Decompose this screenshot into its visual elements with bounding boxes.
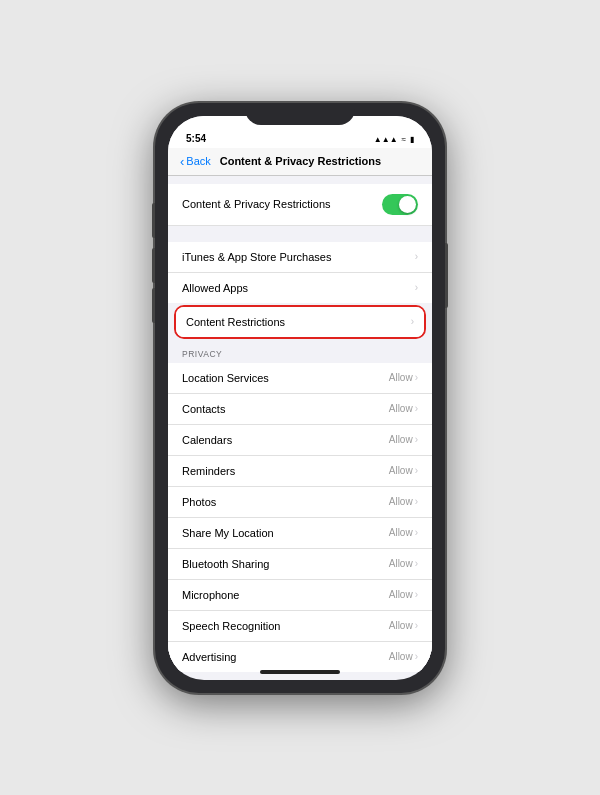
itunes-right: › — [415, 251, 418, 262]
allowed-apps-row[interactable]: Allowed Apps › — [168, 273, 432, 303]
privacy-toggle-row[interactable]: Content & Privacy Restrictions — [168, 184, 432, 226]
contacts-value: Allow — [389, 403, 413, 414]
itunes-row[interactable]: iTunes & App Store Purchases › — [168, 242, 432, 273]
page-title: Content & Privacy Restrictions — [211, 155, 390, 167]
wifi-icon: ≈ — [402, 135, 406, 144]
spacer — [168, 176, 432, 184]
microphone-value: Allow — [389, 589, 413, 600]
speech-recognition-row[interactable]: Speech Recognition Allow › — [168, 611, 432, 642]
microphone-label: Microphone — [182, 589, 239, 601]
allowed-apps-chevron-icon: › — [415, 282, 418, 293]
content-restrictions-label: Content Restrictions — [186, 316, 285, 328]
back-chevron-icon: ‹ — [180, 154, 184, 169]
share-location-chevron-icon: › — [415, 527, 418, 538]
content-restrictions-highlight: Content Restrictions › — [174, 305, 426, 339]
nav-bar: ‹ Back Content & Privacy Restrictions — [168, 148, 432, 176]
bluetooth-chevron-icon: › — [415, 558, 418, 569]
location-services-right: Allow › — [389, 372, 418, 383]
share-location-value: Allow — [389, 527, 413, 538]
calendars-label: Calendars — [182, 434, 232, 446]
reminders-right: Allow › — [389, 465, 418, 476]
privacy-section-header: PRIVACY — [168, 341, 432, 363]
photos-row[interactable]: Photos Allow › — [168, 487, 432, 518]
contacts-right: Allow › — [389, 403, 418, 414]
main-list-section: iTunes & App Store Purchases › Allowed A… — [168, 242, 432, 303]
itunes-label: iTunes & App Store Purchases — [182, 251, 331, 263]
content-restrictions-chevron-icon: › — [411, 316, 414, 327]
calendars-row[interactable]: Calendars Allow › — [168, 425, 432, 456]
bluetooth-right: Allow › — [389, 558, 418, 569]
bluetooth-row[interactable]: Bluetooth Sharing Allow › — [168, 549, 432, 580]
back-button[interactable]: ‹ Back — [180, 154, 211, 169]
advertising-label: Advertising — [182, 651, 236, 663]
photos-label: Photos — [182, 496, 216, 508]
contacts-row[interactable]: Contacts Allow › — [168, 394, 432, 425]
share-location-label: Share My Location — [182, 527, 274, 539]
microphone-row[interactable]: Microphone Allow › — [168, 580, 432, 611]
calendars-chevron-icon: › — [415, 434, 418, 445]
phone-screen: 5:54 ▲▲▲ ≈ ▮ ‹ Back Content & Privacy Re… — [168, 116, 432, 680]
advertising-right: Allow › — [389, 651, 418, 662]
microphone-chevron-icon: › — [415, 589, 418, 600]
battery-icon: ▮ — [410, 135, 414, 144]
share-location-row[interactable]: Share My Location Allow › — [168, 518, 432, 549]
microphone-right: Allow › — [389, 589, 418, 600]
signal-icon: ▲▲▲ — [374, 135, 398, 144]
speech-chevron-icon: › — [415, 620, 418, 631]
phone-frame: 5:54 ▲▲▲ ≈ ▮ ‹ Back Content & Privacy Re… — [155, 103, 445, 693]
location-services-label: Location Services — [182, 372, 269, 384]
status-time: 5:54 — [186, 133, 206, 144]
back-label: Back — [186, 155, 210, 167]
speech-recognition-right: Allow › — [389, 620, 418, 631]
screen-content: Content & Privacy Restrictions iTunes & … — [168, 176, 432, 672]
location-services-value: Allow — [389, 372, 413, 383]
advertising-value: Allow — [389, 651, 413, 662]
advertising-chevron-icon: › — [415, 651, 418, 662]
calendars-right: Allow › — [389, 434, 418, 445]
calendars-value: Allow — [389, 434, 413, 445]
speech-recognition-value: Allow — [389, 620, 413, 631]
content-restrictions-right: › — [411, 316, 414, 327]
photos-value: Allow — [389, 496, 413, 507]
privacy-list-section: Location Services Allow › Contacts Allow… — [168, 363, 432, 672]
allowed-apps-right: › — [415, 282, 418, 293]
bluetooth-value: Allow — [389, 558, 413, 569]
contacts-label: Contacts — [182, 403, 225, 415]
photos-right: Allow › — [389, 496, 418, 507]
speech-recognition-label: Speech Recognition — [182, 620, 280, 632]
share-location-right: Allow › — [389, 527, 418, 538]
location-services-row[interactable]: Location Services Allow › — [168, 363, 432, 394]
reminders-row[interactable]: Reminders Allow › — [168, 456, 432, 487]
allowed-apps-label: Allowed Apps — [182, 282, 248, 294]
reminders-value: Allow — [389, 465, 413, 476]
bluetooth-label: Bluetooth Sharing — [182, 558, 269, 570]
photos-chevron-icon: › — [415, 496, 418, 507]
toggle-label: Content & Privacy Restrictions — [182, 198, 331, 210]
advertising-row[interactable]: Advertising Allow › — [168, 642, 432, 672]
content-restrictions-row[interactable]: Content Restrictions › — [176, 307, 424, 337]
home-indicator — [260, 670, 340, 674]
reminders-chevron-icon: › — [415, 465, 418, 476]
reminders-label: Reminders — [182, 465, 235, 477]
notch — [245, 103, 355, 125]
toggle-section: Content & Privacy Restrictions — [168, 184, 432, 226]
itunes-chevron-icon: › — [415, 251, 418, 262]
contacts-chevron-icon: › — [415, 403, 418, 414]
status-icons: ▲▲▲ ≈ ▮ — [374, 135, 414, 144]
location-chevron-icon: › — [415, 372, 418, 383]
spacer1 — [168, 226, 432, 242]
toggle-switch[interactable] — [382, 194, 418, 215]
